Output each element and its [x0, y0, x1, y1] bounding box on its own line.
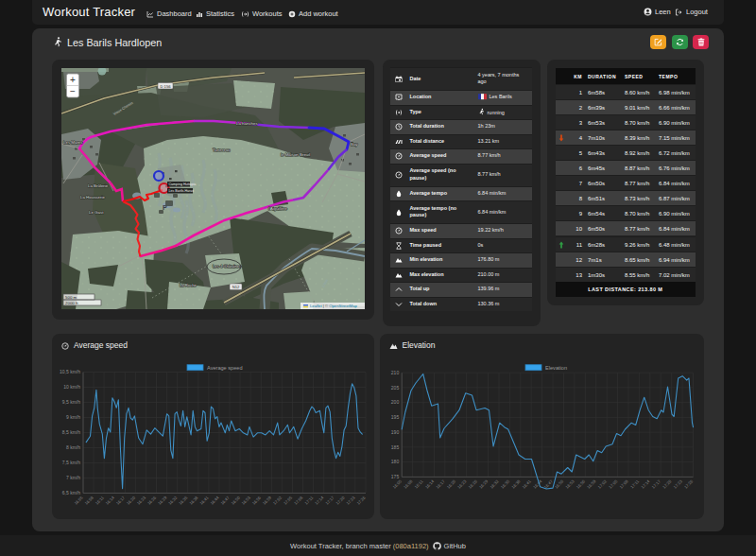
svg-text:16:53: 16:53 [564, 478, 576, 490]
svg-text:Les 4 Châtaines: Les 4 Châtaines [213, 264, 241, 269]
svg-text:N12: N12 [232, 285, 239, 289]
svg-text:La hanches: La hanches [236, 121, 259, 126]
svg-text:8,5 km/h: 8,5 km/h [62, 429, 80, 435]
svg-text:16:29: 16:29 [478, 478, 490, 490]
svg-text:16:08: 16:08 [403, 478, 414, 490]
svg-text:190: 190 [390, 428, 399, 434]
svg-text:16:14: 16:14 [424, 478, 436, 490]
svg-text:16:35: 16:35 [499, 478, 510, 490]
svg-text:16:26: 16:26 [467, 478, 478, 490]
svg-text:16:56: 16:56 [251, 495, 263, 506]
svg-text:16:59: 16:59 [586, 478, 597, 490]
svg-text:16:32: 16:32 [489, 478, 500, 490]
svg-text:17:17: 17:17 [650, 478, 662, 490]
svg-text:Camping Huttopia: Camping Huttopia [168, 182, 196, 186]
svg-text:P: P [163, 204, 167, 211]
svg-text:17:20: 17:20 [662, 478, 673, 490]
svg-text:16:56: 16:56 [575, 478, 586, 490]
svg-text:16:11: 16:11 [94, 495, 105, 505]
svg-text:16:29: 16:29 [157, 495, 168, 506]
svg-text:16:53: 16:53 [241, 495, 252, 506]
svg-text:le Maison Breuil: le Maison Breuil [281, 152, 310, 157]
svg-text:16:50: 16:50 [554, 478, 565, 490]
svg-text:16:20: 16:20 [126, 495, 137, 506]
svg-text:17:26: 17:26 [356, 495, 368, 506]
svg-text:185: 185 [390, 443, 399, 449]
svg-text:La Housserie: La Housserie [80, 195, 105, 200]
svg-text:D 156: D 156 [160, 84, 171, 89]
svg-text:17:11: 17:11 [629, 478, 640, 489]
svg-text:180: 180 [390, 459, 399, 464]
svg-text:La Roche: La Roche [180, 283, 198, 287]
svg-text:16:35: 16:35 [178, 495, 189, 506]
svg-text:8 km/h: 8 km/h [66, 444, 80, 450]
svg-text:16:47: 16:47 [220, 495, 232, 506]
svg-text:195: 195 [390, 414, 399, 420]
svg-text:2000 ft: 2000 ft [65, 301, 78, 305]
svg-text:16:26: 16:26 [146, 495, 158, 506]
svg-text:16:05: 16:05 [391, 478, 403, 490]
svg-text:16:41: 16:41 [198, 495, 210, 506]
svg-text:16:17: 16:17 [435, 478, 446, 490]
svg-text:Tartereau: Tartereau [213, 148, 231, 152]
svg-text:17:23: 17:23 [345, 495, 356, 506]
svg-text:17:02: 17:02 [272, 495, 284, 506]
svg-text:17:20: 17:20 [335, 495, 346, 506]
svg-text:10,5 km/h: 10,5 km/h [60, 369, 80, 374]
svg-text:16:38: 16:38 [188, 495, 199, 506]
svg-text:175: 175 [390, 474, 399, 479]
svg-text:17:14: 17:14 [314, 495, 325, 506]
svg-text:La Brûlerie: La Brûlerie [88, 183, 109, 188]
svg-text:16:23: 16:23 [456, 478, 468, 490]
svg-text:−: − [70, 86, 76, 96]
svg-text:16:17: 16:17 [115, 495, 127, 506]
svg-text:500 m: 500 m [65, 295, 77, 300]
svg-text:16:23: 16:23 [136, 495, 147, 506]
svg-text:16:20: 16:20 [445, 478, 456, 490]
svg-text:Les Barils-Haras: Les Barils-Haras [168, 189, 194, 193]
svg-text:17:02: 17:02 [596, 478, 608, 490]
svg-text:16:59: 16:59 [262, 495, 273, 506]
svg-text:16:08: 16:08 [84, 495, 95, 506]
svg-text:17:23: 17:23 [672, 478, 683, 490]
svg-text:16:50: 16:50 [231, 495, 242, 506]
svg-text:16:32: 16:32 [167, 495, 179, 506]
svg-text:Leaflet | © OpenStreetMap: Leaflet | © OpenStreetMap [310, 304, 357, 308]
svg-text:16:41: 16:41 [521, 478, 532, 490]
svg-text:6,5 km/h: 6,5 km/h [62, 490, 80, 495]
svg-text:17:05: 17:05 [283, 495, 294, 506]
svg-text:17:11: 17:11 [303, 495, 314, 505]
svg-text:17:26: 17:26 [683, 478, 695, 490]
svg-text:16:14: 16:14 [105, 495, 116, 506]
svg-text:Les Mares: Les Mares [63, 140, 83, 145]
svg-text:Elevation: Elevation [545, 365, 567, 371]
svg-text:16:38: 16:38 [510, 478, 522, 490]
svg-text:17:08: 17:08 [618, 478, 629, 490]
svg-text:Bay: Bay [351, 142, 358, 147]
svg-text:Le Gast: Le Gast [89, 210, 104, 215]
svg-text:17:14: 17:14 [640, 478, 651, 490]
svg-text:17:08: 17:08 [293, 495, 304, 506]
svg-text:10 km/h: 10 km/h [63, 384, 80, 390]
svg-text:17:17: 17:17 [324, 495, 335, 506]
svg-text:205: 205 [390, 384, 399, 390]
svg-text:7,5 km/h: 7,5 km/h [62, 460, 80, 465]
svg-text:16:05: 16:05 [74, 495, 85, 506]
svg-text:200: 200 [390, 399, 399, 405]
svg-text:9,5 km/h: 9,5 km/h [62, 399, 80, 405]
svg-text:+: + [70, 75, 76, 85]
svg-text:Average speed: Average speed [207, 365, 243, 371]
svg-text:210: 210 [390, 369, 399, 374]
svg-text:16:11: 16:11 [413, 478, 423, 489]
svg-text:7 km/h: 7 km/h [66, 475, 80, 480]
svg-text:17:05: 17:05 [608, 478, 619, 490]
svg-text:9 km/h: 9 km/h [66, 414, 80, 420]
svg-text:16:44: 16:44 [210, 495, 221, 506]
svg-text:l'Aiguillère: l'Aiguillère [268, 206, 287, 211]
